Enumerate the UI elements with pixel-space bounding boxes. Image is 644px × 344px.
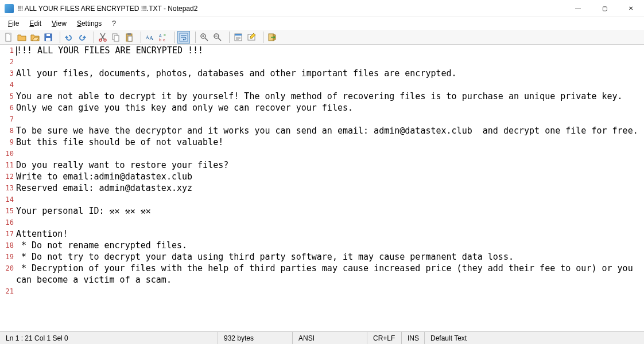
svg-text:b: b	[159, 38, 161, 42]
text-line[interactable]	[16, 56, 639, 68]
text-line[interactable]: Your personal ID: ⚒✕ ⚒✕ ⚒✕	[16, 205, 639, 217]
line-number: 6	[0, 102, 14, 114]
text-line[interactable]: But this file should be of not valuable!	[16, 136, 639, 148]
undo-icon[interactable]	[63, 31, 75, 44]
text-line[interactable]	[16, 217, 639, 228]
word-wrap-icon[interactable]	[177, 31, 190, 44]
line-number: 18	[0, 240, 14, 251]
close-button[interactable]: ✕	[618, 0, 644, 17]
text-line[interactable]	[16, 194, 639, 205]
svg-rect-1	[9, 33, 11, 35]
line-number: 11	[0, 159, 14, 171]
line-number: 16	[0, 217, 14, 228]
text-line[interactable]	[16, 148, 639, 159]
line-number: 20	[0, 263, 14, 274]
text-line[interactable]: Only we can give you this key and only w…	[16, 102, 639, 114]
svg-text:A: A	[149, 35, 154, 41]
zoom-out-icon[interactable]	[211, 31, 224, 44]
line-number: 9	[0, 136, 14, 148]
menu-edit[interactable]: Edit	[25, 18, 46, 29]
svg-rect-11	[128, 36, 132, 41]
svg-rect-3	[46, 34, 50, 36]
toolbar: AAAbc	[0, 30, 644, 45]
customize-icon[interactable]	[245, 31, 258, 44]
text-line[interactable]: Reserved email: admin@datastex.xyz	[16, 182, 639, 194]
redo-icon[interactable]	[76, 31, 88, 44]
menu-file[interactable]: File	[3, 18, 24, 29]
status-position[interactable]: Ln 1 : 21 Col 1 Sel 0	[0, 332, 218, 344]
new-file-icon[interactable]	[2, 31, 15, 44]
text-line[interactable]: * Do not try to decrypt your data using …	[16, 251, 639, 263]
line-number: 8	[0, 125, 14, 136]
menu-view[interactable]: View	[47, 18, 71, 29]
text-line[interactable]: Attention!	[16, 228, 639, 240]
text-line[interactable]: !!! ALL YOUR FILES ARE ENCRYPTED !!!	[16, 45, 639, 56]
menu-help[interactable]: ?	[107, 18, 121, 29]
line-number: 5	[0, 91, 14, 102]
line-number: 21	[0, 286, 14, 297]
exit-icon[interactable]	[266, 31, 278, 44]
text-line[interactable]: Write to email:admin@datastex.club	[16, 171, 639, 182]
status-encoding[interactable]: ANSI	[293, 332, 367, 344]
minimize-button[interactable]: —	[565, 0, 591, 17]
line-number: 19	[0, 251, 14, 263]
line-number: 1	[0, 45, 14, 56]
text-line[interactable]	[16, 286, 639, 297]
line-number: 15	[0, 205, 14, 217]
line-number: 13	[0, 182, 14, 194]
line-number: 2	[0, 56, 14, 68]
svg-point-5	[99, 39, 102, 41]
scheme-icon[interactable]	[232, 31, 245, 44]
svg-text:c: c	[163, 38, 165, 42]
line-number: 17	[0, 228, 14, 240]
svg-text:A: A	[159, 34, 162, 38]
svg-rect-4	[46, 38, 51, 41]
text-line[interactable]: * Do not rename encrypted files.	[16, 240, 639, 251]
line-number: 7	[0, 114, 14, 125]
text-line[interactable]: You are not able to decrypt it by yourse…	[16, 91, 639, 102]
save-icon[interactable]	[42, 31, 55, 44]
text-line[interactable]	[16, 114, 639, 125]
text-line[interactable]: All your files, documents, photos, datab…	[16, 68, 639, 79]
menubar: File Edit View Settings ?	[0, 17, 644, 30]
status-size: 932 bytes	[218, 332, 293, 344]
open-file-icon[interactable]	[15, 31, 28, 44]
line-number: 3	[0, 68, 14, 79]
cut-icon[interactable]	[96, 31, 109, 44]
line-number: 14	[0, 194, 14, 205]
titlebar: !!! ALL YOUR FILES ARE ENCRYPTED !!!.TXT…	[0, 0, 644, 17]
zoom-in-icon[interactable]	[198, 31, 211, 44]
text-line[interactable]: To be sure we have the decryptor and it …	[16, 125, 639, 136]
copy-icon[interactable]	[110, 31, 122, 44]
line-number: 10	[0, 148, 14, 159]
line-number-gutter: 123456789101112131415161718192021	[0, 45, 16, 331]
replace-icon[interactable]: Abc	[157, 31, 169, 44]
text-line[interactable]: * Decryption of your files with the help…	[16, 263, 639, 286]
svg-point-6	[104, 39, 106, 41]
editor[interactable]: 123456789101112131415161718192021 !!! AL…	[0, 45, 644, 331]
window-controls: — ▢ ✕	[565, 0, 644, 17]
line-number: 4	[0, 79, 14, 91]
status-eol[interactable]: CR+LF	[367, 332, 402, 344]
window-title: !!! ALL YOUR FILES ARE ENCRYPTED !!!.TXT…	[17, 5, 565, 13]
maximize-button[interactable]: ▢	[591, 0, 618, 17]
paste-icon[interactable]	[123, 31, 135, 44]
svg-rect-21	[235, 34, 242, 36]
menu-settings[interactable]: Settings	[72, 18, 106, 29]
text-line[interactable]: Do you really want to restore your files…	[16, 159, 639, 171]
text-area[interactable]: !!! ALL YOUR FILES ARE ENCRYPTED !!! All…	[16, 45, 644, 331]
svg-rect-10	[127, 33, 131, 35]
find-icon[interactable]: AA	[143, 31, 156, 44]
svg-rect-8	[114, 36, 119, 41]
status-lexer[interactable]: Default Text	[425, 332, 644, 344]
app-icon	[5, 4, 14, 13]
line-number: 12	[0, 171, 14, 182]
text-line[interactable]	[16, 79, 639, 91]
browse-icon[interactable]	[29, 31, 41, 44]
statusbar: Ln 1 : 21 Col 1 Sel 0 932 bytes ANSI CR+…	[0, 331, 644, 344]
status-ovr[interactable]: INS	[402, 332, 425, 344]
